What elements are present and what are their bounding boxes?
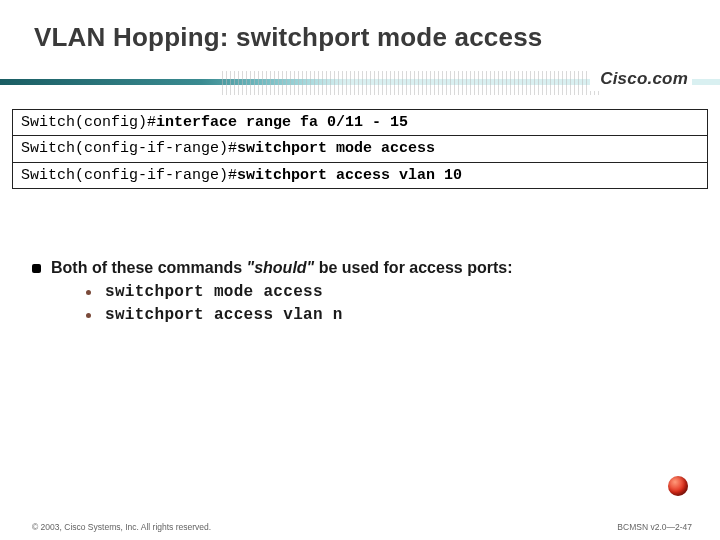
- footer-pageref: BCMSN v2.0—2-47: [617, 522, 692, 532]
- sub-bullet-icon: [86, 313, 91, 318]
- terminal-prompt: Switch(config)#: [13, 110, 156, 135]
- separator-stripes: [222, 71, 602, 95]
- sub-bullet-text: switchport access vlan n: [105, 306, 343, 324]
- bullet-post: be used for access ports:: [314, 259, 512, 276]
- bullet-em: "should": [247, 259, 315, 276]
- bullet-text: Both of these commands "should" be used …: [51, 259, 512, 277]
- terminal-command: interface range fa 0/11 - 15: [156, 110, 408, 135]
- sub-bullet-icon: [86, 290, 91, 295]
- terminal-prompt: Switch(config-if-range)#: [13, 163, 237, 188]
- separator: Cisco.com: [0, 71, 720, 95]
- bullet-icon: [32, 264, 41, 273]
- terminal-row: Switch(config-if-range)#switchport mode …: [13, 135, 707, 161]
- terminal-command: switchport access vlan 10: [237, 163, 462, 188]
- bullet-item: Both of these commands "should" be used …: [32, 259, 720, 277]
- bullet-pre: Both of these commands: [51, 259, 247, 276]
- terminal-row: Switch(config-if-range)#switchport acces…: [13, 162, 707, 188]
- terminal-command: switchport mode access: [237, 136, 435, 161]
- sub-bullet-item: switchport mode access: [86, 283, 720, 301]
- page-title: VLAN Hopping: switchport mode access: [0, 0, 720, 71]
- sub-bullet-item: switchport access vlan n: [86, 306, 720, 324]
- sub-bullet-list: switchport mode access switchport access…: [86, 283, 720, 324]
- terminal-prompt: Switch(config-if-range)#: [13, 136, 237, 161]
- footer-copyright: © 2003, Cisco Systems, Inc. All rights r…: [32, 522, 211, 532]
- sub-bullet-text: switchport mode access: [105, 283, 323, 301]
- footer: © 2003, Cisco Systems, Inc. All rights r…: [0, 522, 720, 532]
- terminal-row: Switch(config)#interface range fa 0/11 -…: [13, 110, 707, 135]
- terminal-block: Switch(config)#interface range fa 0/11 -…: [12, 109, 708, 189]
- cisco-logo: Cisco.com: [590, 63, 692, 91]
- bullet-list: Both of these commands "should" be used …: [32, 259, 720, 324]
- nav-dot-icon: [668, 476, 688, 496]
